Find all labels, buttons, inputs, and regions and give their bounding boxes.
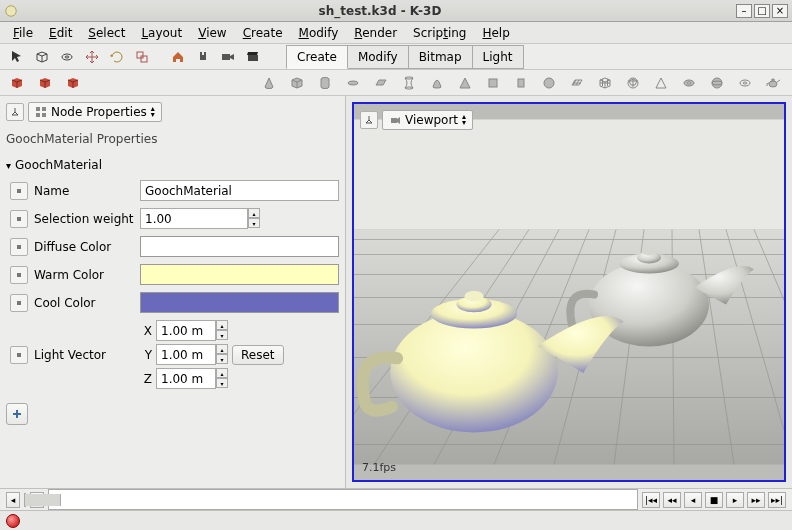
connector-icon[interactable]: [10, 210, 28, 228]
spinner-up-icon[interactable]: ▴: [216, 368, 228, 378]
cool-color-swatch[interactable]: [140, 292, 339, 313]
clapper-icon[interactable]: [242, 46, 264, 68]
selection-weight-input[interactable]: [140, 208, 248, 229]
menu-render[interactable]: Render: [347, 24, 404, 42]
plug-icon[interactable]: [192, 46, 214, 68]
pin-icon[interactable]: [360, 111, 378, 129]
cone2-icon[interactable]: [454, 72, 476, 94]
connector-icon[interactable]: [10, 294, 28, 312]
plane-icon[interactable]: [370, 72, 392, 94]
connector-icon[interactable]: [10, 238, 28, 256]
connector-icon[interactable]: [10, 346, 28, 364]
menu-edit[interactable]: Edit: [42, 24, 79, 42]
light-z-input[interactable]: [156, 368, 216, 389]
play-back-icon[interactable]: ◂: [684, 492, 702, 508]
cage-icon[interactable]: [594, 72, 616, 94]
menu-help[interactable]: Help: [475, 24, 516, 42]
rewind-icon[interactable]: ◂◂: [663, 492, 681, 508]
tab-create[interactable]: Create: [286, 45, 348, 69]
torus-icon[interactable]: [678, 72, 700, 94]
warm-color-swatch[interactable]: [140, 264, 339, 285]
menu-scripting[interactable]: Scripting: [406, 24, 473, 42]
cube-icon[interactable]: [286, 72, 308, 94]
sphere-icon[interactable]: [538, 72, 560, 94]
connector-icon[interactable]: [10, 266, 28, 284]
move-tool-icon[interactable]: [81, 46, 103, 68]
play-icon[interactable]: ▸: [726, 492, 744, 508]
menu-select[interactable]: Select: [81, 24, 132, 42]
scale-tool-icon[interactable]: [131, 46, 153, 68]
hyperboloid-icon[interactable]: [398, 72, 420, 94]
menu-create[interactable]: Create: [236, 24, 290, 42]
tab-light[interactable]: Light: [472, 45, 524, 69]
menu-layout[interactable]: Layout: [134, 24, 189, 42]
menu-file[interactable]: File: [6, 24, 40, 42]
record-icon[interactable]: [6, 514, 20, 528]
stop-icon[interactable]: ■: [705, 492, 723, 508]
grid-icon[interactable]: [566, 72, 588, 94]
torus-tool-icon[interactable]: [56, 46, 78, 68]
rotate-tool-icon[interactable]: [106, 46, 128, 68]
svg-point-18: [712, 78, 722, 88]
viewport-dropdown[interactable]: Viewport ▴▾: [382, 110, 473, 130]
x-label: X: [140, 324, 152, 338]
spinner-down-icon[interactable]: ▾: [248, 218, 260, 228]
scroll-left-icon[interactable]: ◂: [6, 492, 20, 508]
go-end-icon[interactable]: ▸▸|: [768, 492, 786, 508]
maximize-button[interactable]: □: [754, 4, 770, 18]
box2-red-icon[interactable]: [34, 72, 56, 94]
cylinder-icon[interactable]: [314, 72, 336, 94]
minimize-button[interactable]: –: [736, 4, 752, 18]
panel-dropdown-label: Node Properties: [51, 105, 147, 119]
light-x-input[interactable]: [156, 320, 216, 341]
cube-tool-icon[interactable]: [31, 46, 53, 68]
box3-red-icon[interactable]: [62, 72, 84, 94]
close-button[interactable]: ×: [772, 4, 788, 18]
reset-button[interactable]: Reset: [232, 345, 284, 365]
sphere2-icon[interactable]: [706, 72, 728, 94]
home-icon[interactable]: [167, 46, 189, 68]
camera-icon[interactable]: [217, 46, 239, 68]
connector-icon[interactable]: [10, 182, 28, 200]
panel-type-dropdown[interactable]: Node Properties ▴▾: [28, 102, 162, 122]
cone-icon[interactable]: [258, 72, 280, 94]
paraboloid-icon[interactable]: [426, 72, 448, 94]
pointer-tool-icon[interactable]: [6, 46, 28, 68]
diffuse-color-swatch[interactable]: [140, 236, 339, 257]
menu-view[interactable]: View: [191, 24, 233, 42]
pin-icon[interactable]: [6, 103, 24, 121]
menu-modify[interactable]: Modify: [292, 24, 346, 42]
scroll-thumb[interactable]: [25, 494, 61, 506]
torus2-icon[interactable]: [734, 72, 756, 94]
geosphere-icon[interactable]: [622, 72, 644, 94]
name-input[interactable]: [140, 180, 339, 201]
cube2-icon[interactable]: [482, 72, 504, 94]
viewport[interactable]: Viewport ▴▾ 7.1fps: [352, 102, 786, 482]
tab-bitmap[interactable]: Bitmap: [408, 45, 473, 69]
light-vector-label: Light Vector: [34, 348, 134, 362]
app-icon: [4, 4, 18, 18]
camera-small-icon: [389, 114, 401, 126]
add-button[interactable]: [6, 403, 28, 425]
timeline-scrollbar[interactable]: [24, 493, 26, 507]
pointy-icon[interactable]: [650, 72, 672, 94]
box-red-icon[interactable]: [6, 72, 28, 94]
spinner-up-icon[interactable]: ▴: [216, 344, 228, 354]
light-y-input[interactable]: [156, 344, 216, 365]
svg-point-59: [390, 311, 557, 433]
cylinder2-icon[interactable]: [510, 72, 532, 94]
frame-input[interactable]: [48, 489, 638, 510]
spinner-down-icon[interactable]: ▾: [216, 378, 228, 388]
material-expander[interactable]: ▾ GoochMaterial: [6, 156, 339, 174]
teapot-icon[interactable]: [762, 72, 784, 94]
fast-fwd-icon[interactable]: ▸▸: [747, 492, 765, 508]
disc-icon[interactable]: [342, 72, 364, 94]
properties-panel: Node Properties ▴▾ GoochMaterial Propert…: [0, 96, 346, 488]
spinner-down-icon[interactable]: ▾: [216, 330, 228, 340]
spinner-up-icon[interactable]: ▴: [216, 320, 228, 330]
titlebar: sh_test.k3d - K-3D – □ ×: [0, 0, 792, 22]
spinner-down-icon[interactable]: ▾: [216, 354, 228, 364]
go-start-icon[interactable]: |◂◂: [642, 492, 660, 508]
spinner-up-icon[interactable]: ▴: [248, 208, 260, 218]
tab-modify[interactable]: Modify: [347, 45, 409, 69]
